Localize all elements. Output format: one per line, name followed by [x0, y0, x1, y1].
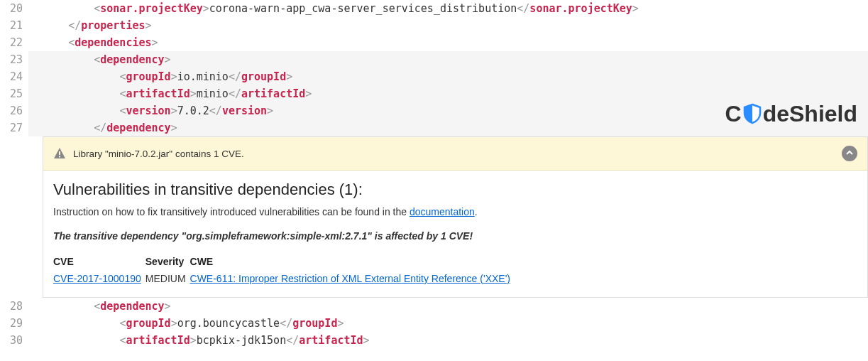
line-number: 25	[0, 85, 23, 102]
warning-body: Vulnerabilities in transitive dependenci…	[43, 171, 867, 297]
code-line: <groupId>io.minio</groupId>	[28, 68, 868, 85]
svg-rect-0	[59, 151, 60, 155]
instruction-text: Instruction on how to fix transitively i…	[53, 206, 857, 217]
cve-link[interactable]: CVE-2017-1000190	[53, 273, 141, 284]
warning-triangle-icon	[53, 147, 66, 160]
line-number: 27	[0, 119, 23, 136]
line-number: 26	[0, 102, 23, 119]
code-line: <dependency>	[28, 298, 868, 315]
warning-header: Library "minio-7.0.2.jar" contains 1 CVE…	[43, 137, 867, 171]
code-line: <sonar.projectKey>corona-warn-app_cwa-se…	[28, 0, 868, 17]
line-gutter: 20 21 22 23 24 25 26 27	[0, 0, 28, 136]
shield-icon	[743, 103, 762, 124]
line-gutter: 28 29 30	[0, 298, 28, 349]
line-number: 28	[0, 298, 23, 315]
logo-text: deShield	[763, 105, 857, 122]
line-number: 22	[0, 34, 23, 51]
warning-message: Library "minio-7.0.2.jar" contains 1 CVE…	[73, 149, 244, 159]
severity-header: Severity	[145, 253, 190, 270]
code-line: </properties>	[28, 17, 868, 34]
line-number: 21	[0, 17, 23, 34]
chevron-up-icon	[845, 148, 854, 159]
cve-table: CVE Severity CWE CVE-2017-1000190 MEDIUM…	[53, 253, 515, 287]
cwe-header: CWE	[190, 253, 515, 270]
cve-header: CVE	[53, 253, 145, 270]
documentation-link[interactable]: documentation	[410, 206, 475, 217]
line-number: 30	[0, 332, 23, 349]
vulnerability-warning-panel: Library "minio-7.0.2.jar" contains 1 CVE…	[43, 136, 868, 298]
code-content[interactable]: <dependency> <groupId>org.bouncycastle</…	[28, 298, 868, 349]
table-header-row: CVE Severity CWE	[53, 253, 515, 270]
code-content[interactable]: CdeShield <sonar.projectKey>corona-warn-…	[28, 0, 868, 136]
affected-dependency-text: The transitive dependency "org.simplefra…	[53, 230, 857, 242]
line-number: 29	[0, 315, 23, 332]
codeshield-logo: CdeShield	[725, 103, 857, 124]
code-line: <dependency>	[28, 51, 868, 68]
code-editor-bottom: 28 29 30 <dependency> <groupId>org.bounc…	[0, 298, 868, 349]
code-line: <artifactId>minio</artifactId>	[28, 85, 868, 102]
collapse-button[interactable]	[842, 146, 857, 161]
code-line: <groupId>org.bouncycastle</groupId>	[28, 315, 868, 332]
line-number: 23	[0, 51, 23, 68]
code-line: <dependencies>	[28, 34, 868, 51]
svg-rect-1	[59, 156, 60, 158]
code-editor: 20 21 22 23 24 25 26 27 CdeShield <sonar…	[0, 0, 868, 136]
severity-value: MEDIUM	[145, 270, 190, 287]
vulnerabilities-title: Vulnerabilities in transitive dependenci…	[53, 180, 857, 199]
table-row: CVE-2017-1000190 MEDIUM CWE-611: Imprope…	[53, 270, 515, 287]
cwe-link[interactable]: CWE-611: Improper Restriction of XML Ext…	[190, 273, 510, 284]
line-number: 24	[0, 68, 23, 85]
code-line: <artifactId>bcpkix-jdk15on</artifactId>	[28, 332, 868, 349]
line-number: 20	[0, 0, 23, 17]
logo-text: C	[725, 105, 742, 122]
